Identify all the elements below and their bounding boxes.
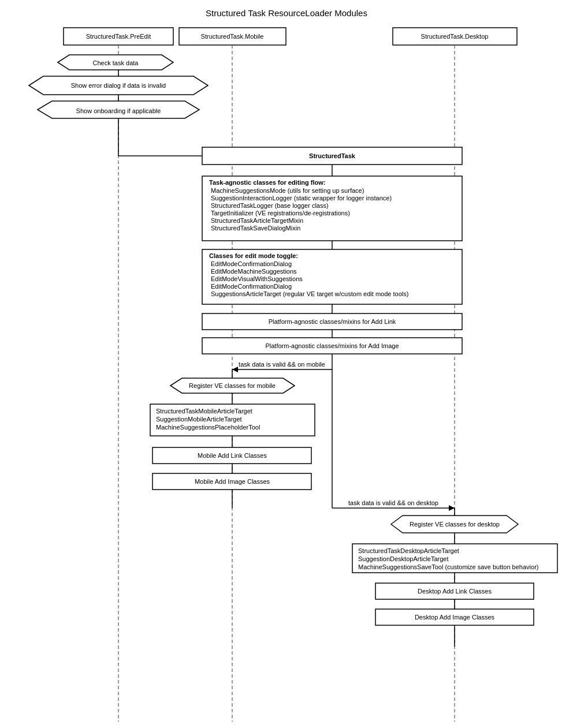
check-task-label: Check task data <box>93 59 139 66</box>
register-mobile-label: Register VE classes for mobile <box>189 382 276 389</box>
task-agnostic-line4: TargetInitializer (VE registrations/de-r… <box>211 210 350 216</box>
edit-mode-line2: EditModeMachineSuggestions <box>211 268 297 275</box>
diagram-container: Structured Task ResourceLoader Modules S… <box>0 0 573 728</box>
task-valid-mobile-label: task data is valid && on mobile <box>239 361 325 368</box>
platform-add-image-label: Platform-agnostic classes/mixins for Add… <box>265 342 399 349</box>
col-header-mobile-label: StructuredTask.Mobile <box>201 33 264 40</box>
arrow-to-mobile <box>232 367 238 372</box>
arrow-to-desktop <box>449 505 455 511</box>
task-valid-desktop-label: task data is valid && on desktop <box>348 499 438 506</box>
edit-mode-line4: EditModeConfirmationDialog <box>211 283 292 290</box>
col-header-desktop-label: StructuredTask.Desktop <box>421 33 489 40</box>
task-agnostic-line1: MachineSuggestionsMode (utils for settin… <box>211 187 364 194</box>
edit-mode-line1: EditModeConfirmationDialog <box>211 260 292 267</box>
mobile-add-image-label: Mobile Add Image Classes <box>195 478 270 485</box>
desktop-class-line1: StructuredTaskDesktopArticleTarget <box>358 547 459 554</box>
col-header-preedit-label: StructuredTask.PreEdit <box>86 33 151 40</box>
task-agnostic-line3: StructuredTaskLogger (base logger class) <box>211 202 329 209</box>
platform-add-link-label: Platform-agnostic classes/mixins for Add… <box>269 318 396 325</box>
show-onboarding-label: Show onboarding if applicable <box>76 107 161 114</box>
edit-mode-line3: EditModeVisualWithSuggestions <box>211 275 303 282</box>
diagram-svg: Structured Task ResourceLoader Modules S… <box>0 0 573 728</box>
diagram-title: Structured Task ResourceLoader Modules <box>206 8 367 18</box>
desktop-class-line2: SuggestionDesktopArticleTarget <box>358 555 449 562</box>
register-desktop-label: Register VE classes for desktop <box>410 521 500 528</box>
structured-task-label: StructuredTask <box>309 152 356 159</box>
task-agnostic-line5: StructuredTaskArticleTargetMixin <box>211 217 303 224</box>
task-agnostic-title: Task-agnostic classes for editing flow: <box>209 179 326 186</box>
task-agnostic-line2: SuggestionInteractionLogger (static wrap… <box>211 195 392 201</box>
mobile-class-line3: MachineSuggestionsPlaceholderTool <box>156 424 260 431</box>
desktop-class-line3: MachineSuggestionsSaveTool (customize sa… <box>358 563 538 570</box>
task-agnostic-line6: StructuredTaskSaveDialogMixin <box>211 225 300 232</box>
mobile-class-line1: StructuredTaskMobileArticleTarget <box>156 408 252 415</box>
desktop-add-image-label: Desktop Add Image Classes <box>415 614 495 621</box>
edit-mode-title: Classes for edit mode toggle: <box>209 252 298 259</box>
mobile-add-link-label: Mobile Add Link Classes <box>198 452 267 459</box>
show-error-label: Show error dialog if data is invalid <box>71 82 166 89</box>
desktop-add-link-label: Desktop Add Link Classes <box>418 588 492 595</box>
mobile-class-line2: SuggestionMobileArticleTarget <box>156 416 242 423</box>
edit-mode-line5: SuggestionsArticleTarget (regular VE tar… <box>211 290 408 297</box>
